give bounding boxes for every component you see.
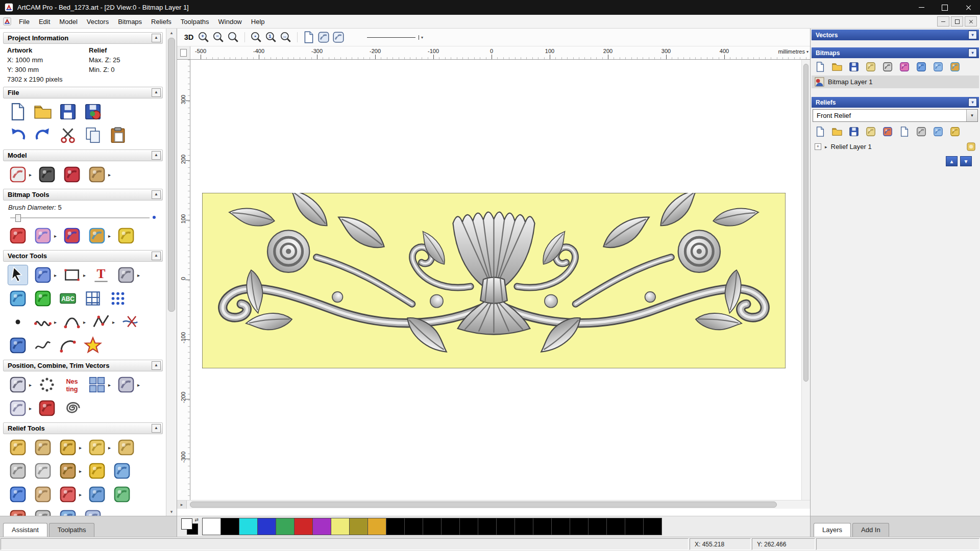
swap-colours-icon[interactable]: ⇄ — [194, 517, 199, 522]
create-freehand-button[interactable] — [33, 312, 53, 332]
colour-swatch-10[interactable] — [386, 518, 405, 535]
create-rectangle-flyout[interactable]: ▸ — [83, 272, 86, 278]
zoom-in-button[interactable]: + — [197, 31, 210, 44]
import-export-model-button[interactable] — [83, 102, 103, 121]
transform-vectors-flyout[interactable]: ▸ — [54, 272, 57, 278]
create-freehand-flyout[interactable]: ▸ — [54, 319, 57, 325]
measure-tool-flyout[interactable]: ▸ — [137, 272, 140, 278]
select-vectors-button[interactable] — [8, 265, 28, 285]
create-grid-button[interactable] — [83, 289, 103, 308]
angled-plane-button[interactable] — [33, 485, 53, 504]
flood-fill-button[interactable] — [116, 226, 136, 245]
colour-palette-flyout[interactable]: ▸ — [108, 233, 111, 239]
relief-sheet-button[interactable] — [899, 126, 910, 137]
collapse-model-button[interactable]: ▲ — [152, 151, 161, 160]
maximize-button[interactable] — [933, 0, 957, 15]
menu-model[interactable]: Model — [55, 16, 82, 28]
colour-swatch-23[interactable] — [625, 518, 644, 535]
colour-swatch-20[interactable] — [570, 518, 589, 535]
collapse-file-button[interactable]: ▲ — [152, 88, 161, 97]
scrollbar-track[interactable] — [166, 37, 177, 508]
horizontal-scrollbar-thumb[interactable] — [190, 502, 777, 508]
minimize-button[interactable] — [910, 0, 933, 15]
reliefs-header[interactable]: Reliefs ▾ — [812, 97, 979, 108]
relief-select-dropdown[interactable]: Front Relief ▼ — [813, 109, 978, 122]
vertical-scrollbar-thumb[interactable] — [803, 64, 808, 382]
colour-swatch-8[interactable] — [349, 518, 368, 535]
horizontal-scrollbar-track[interactable] — [187, 500, 810, 509]
relief-properties-button[interactable] — [916, 126, 927, 137]
delete-bitmap-layer-button[interactable] — [933, 61, 944, 72]
menu-help[interactable]: Help — [247, 16, 270, 28]
deposit-tool-button[interactable] — [87, 438, 107, 457]
nesting-button[interactable]: Nesting — [62, 375, 82, 394]
open-model-button[interactable] — [33, 102, 53, 121]
mesh-relief-button[interactable] — [33, 508, 53, 516]
textured-sphere-button[interactable] — [87, 485, 107, 504]
create-polyline-flyout[interactable]: ▸ — [112, 319, 115, 325]
toggle-3d-view-button[interactable]: 3D — [182, 31, 195, 44]
shape-editor-button[interactable] — [8, 438, 28, 457]
open-bitmap-button[interactable] — [831, 61, 843, 72]
colour-swatch-15[interactable] — [478, 518, 497, 535]
drawing-canvas[interactable] — [190, 60, 801, 500]
create-rectangle-button[interactable] — [62, 265, 82, 285]
copy-along-curve-button[interactable] — [116, 375, 136, 394]
star-relief-button[interactable] — [8, 485, 28, 504]
colour-swatch-22[interactable] — [606, 518, 625, 535]
collapse-bitmap-tools-button[interactable]: ▲ — [152, 190, 161, 199]
collapse-project-information-button[interactable]: ▲ — [152, 34, 161, 42]
colour-swatch-14[interactable] — [459, 518, 478, 535]
slider-thumb[interactable] — [15, 214, 21, 222]
save-model-button[interactable] — [58, 102, 78, 121]
close-button[interactable] — [957, 0, 980, 15]
pan-view-button[interactable] — [317, 31, 330, 44]
weld-vectors-button[interactable] — [8, 398, 28, 418]
load-relief-texture-flyout[interactable]: ▸ — [108, 172, 111, 178]
wave-relief-button[interactable] — [58, 485, 78, 504]
colour-swatch-16[interactable] — [496, 518, 515, 535]
snap-view-button[interactable] — [302, 31, 315, 44]
calculate-relief-button[interactable] — [882, 126, 893, 137]
new-model-button[interactable] — [8, 102, 28, 121]
menu-reliefs[interactable]: Reliefs — [146, 16, 176, 28]
link-bitmap-layer-button[interactable] — [916, 61, 927, 72]
wrap-text-button[interactable]: ABC — [58, 289, 78, 308]
colour-swatch-12[interactable] — [423, 518, 442, 535]
colour-swatch-3[interactable] — [257, 518, 276, 535]
offset-vectors-button[interactable] — [8, 289, 28, 308]
scroll-down-icon[interactable]: ▾ — [170, 508, 173, 516]
block-copy-button[interactable] — [87, 375, 107, 394]
add-mound-button[interactable] — [87, 461, 107, 481]
primary-secondary-colour-selector[interactable]: ⇄ — [181, 518, 199, 535]
interweave-relief-button[interactable] — [33, 461, 53, 481]
bitmap-colours-button[interactable] — [949, 61, 961, 72]
relief-layer-row[interactable]: + ▸ Relief Layer 1 — [812, 140, 979, 153]
colour-swatch-4[interactable] — [276, 518, 295, 535]
node-editing-button[interactable] — [33, 289, 53, 308]
swirl-relief-button[interactable] — [83, 508, 103, 516]
canvas-vertical-scrollbar[interactable] — [801, 60, 810, 500]
create-spiral-button[interactable] — [62, 398, 82, 418]
colour-swatch-11[interactable] — [404, 518, 423, 535]
import-relief-button[interactable] — [865, 126, 876, 137]
primary-colour[interactable] — [181, 518, 192, 530]
colour-swatch-18[interactable] — [533, 518, 552, 535]
colour-swatch-24[interactable] — [643, 518, 662, 535]
paint-brush-button[interactable] — [8, 226, 28, 245]
measure-tool-button[interactable] — [116, 265, 136, 285]
tab-assistant[interactable]: Assistant — [3, 523, 47, 537]
colour-swatch-21[interactable] — [588, 518, 607, 535]
offset-relief-button[interactable] — [8, 508, 28, 516]
greyscale-bitmap-button[interactable] — [899, 61, 910, 72]
vectors-collapse-icon[interactable]: ▾ — [968, 31, 977, 39]
erase-relief-button[interactable] — [116, 438, 136, 457]
refresh-view-button[interactable] — [332, 31, 345, 44]
new-bitmap-layer-button[interactable] — [815, 61, 826, 72]
smooth-relief-button[interactable] — [33, 438, 53, 457]
copy-button[interactable] — [83, 126, 103, 145]
block-array-button[interactable] — [108, 289, 128, 308]
colour-swatch-1[interactable] — [220, 518, 239, 535]
line-width-selector[interactable]: ▾ — [367, 35, 423, 40]
menu-window[interactable]: Window — [214, 16, 247, 28]
